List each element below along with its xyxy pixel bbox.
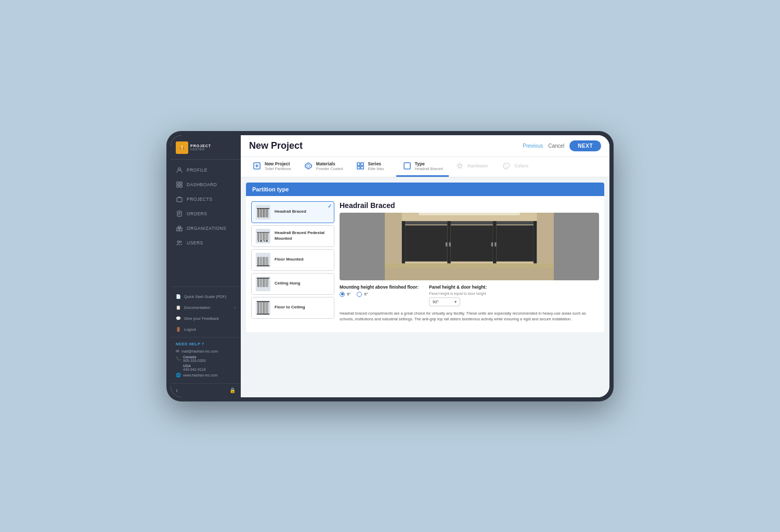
type-item-floor-to-ceiling[interactable]: Floor to Ceiling — [251, 297, 334, 319]
sidebar-item-organizations[interactable]: ORGANIZATIONS — [171, 221, 241, 236]
sidebar-nav: PROFILE DASHBOARD — [171, 160, 241, 284]
svg-rect-71 — [405, 225, 447, 261]
type-item-label-floor-to-ceiling: Floor to Ceiling — [275, 305, 305, 310]
help-usa: USA 440-942-9118 — [183, 364, 236, 371]
svg-rect-75 — [449, 242, 451, 246]
svg-rect-33 — [257, 208, 269, 209]
svg-rect-74 — [446, 242, 447, 246]
svg-rect-6 — [177, 185, 179, 187]
cancel-button[interactable]: Cancel — [548, 143, 564, 149]
documentation-label: Documentation — [184, 305, 210, 310]
sidebar-footer: ‹ 🔒 — [171, 383, 241, 397]
radio-dot-9inch — [340, 292, 345, 297]
svg-rect-40 — [259, 233, 263, 240]
select-chevron-icon: ▾ — [454, 300, 457, 304]
new-project-step-icon — [252, 161, 262, 171]
svg-rect-37 — [265, 209, 268, 217]
svg-rect-48 — [259, 257, 263, 265]
quick-start-action[interactable]: 📄 Quick Start Guide (PDF) — [171, 291, 241, 302]
sidebar-item-users[interactable]: USERS — [171, 236, 241, 250]
radio-6inch[interactable]: 6" — [357, 292, 368, 297]
svg-rect-42 — [265, 233, 268, 240]
svg-rect-53 — [257, 279, 259, 287]
svg-point-30 — [505, 164, 506, 165]
step-materials[interactable]: Materials Powder Coated — [297, 157, 349, 177]
svg-rect-78 — [385, 263, 554, 267]
svg-rect-80 — [537, 213, 554, 264]
logout-label: Logout — [184, 327, 196, 332]
panel-height-select[interactable]: 92" ▾ — [429, 297, 460, 306]
panel-height-label: Panel height & door height: — [429, 284, 487, 290]
svg-rect-26 — [361, 166, 363, 169]
app-window: PROJECT CENTER PROFILE — [171, 135, 609, 397]
canada-phone: 905-333-0300 — [183, 359, 206, 362]
svg-rect-51 — [257, 265, 269, 266]
type-step-icon — [402, 161, 412, 171]
documentation-action[interactable]: 📋 Documentation › — [171, 302, 241, 313]
step-new-project[interactable]: New Project Toilet Partitions — [246, 157, 297, 177]
svg-rect-44 — [260, 240, 262, 242]
svg-rect-62 — [257, 314, 269, 315]
sidebar-item-orders[interactable]: ORDERS — [171, 206, 241, 221]
panel-height-note: Panel height is equal to door height — [429, 292, 487, 295]
sidebar-item-dashboard[interactable]: DASHBOARD — [171, 177, 241, 192]
feedback-action[interactable]: 💬 Give your Feedback — [171, 313, 241, 324]
step-series-sub: Elite Max — [368, 166, 384, 171]
panel-height-value: 92" — [433, 300, 439, 304]
svg-rect-50 — [265, 257, 268, 265]
type-item-floor-mounted[interactable]: Floor Mounted — [251, 249, 334, 271]
type-item-headrail-pedestal[interactable]: Headrail Braced Pedestal Mounted — [251, 225, 334, 247]
type-item-image-headrail-braced — [256, 205, 270, 219]
svg-rect-65 — [419, 213, 520, 215]
series-step-icon — [356, 161, 365, 171]
svg-rect-41 — [263, 233, 265, 240]
sidebar-item-projects[interactable]: PROJECTS — [171, 192, 241, 206]
sidebar-divider — [171, 287, 241, 287]
sidebar-item-profile[interactable]: PROFILE — [171, 163, 241, 177]
svg-point-32 — [508, 164, 509, 165]
svg-rect-36 — [263, 209, 265, 217]
svg-rect-54 — [259, 279, 263, 287]
step-hardware: Hardware — [449, 157, 496, 177]
svg-rect-4 — [177, 182, 179, 184]
svg-rect-61 — [265, 302, 268, 314]
svg-rect-55 — [263, 279, 265, 287]
sidebar-item-label: PROJECTS — [187, 197, 212, 202]
colors-step-icon — [502, 161, 511, 171]
radio-9inch[interactable]: 9" — [340, 292, 350, 297]
type-item-label-floor-mounted: Floor Mounted — [275, 257, 304, 262]
svg-rect-60 — [263, 302, 265, 314]
step-type[interactable]: Type Headrail Braced — [396, 157, 449, 177]
orders-icon — [176, 210, 183, 217]
globe-icon: 🌐 — [176, 373, 181, 378]
svg-rect-47 — [257, 257, 259, 265]
help-website: 🌐 www.hadrian-inc.com — [176, 373, 236, 378]
logout-action[interactable]: 🚪 Logout — [171, 324, 241, 335]
sidebar-item-label: USERS — [187, 240, 203, 245]
svg-marker-22 — [307, 164, 310, 167]
collapse-arrow-icon[interactable]: ‹ — [176, 387, 178, 394]
sidebar-item-label: DASHBOARD — [187, 182, 217, 187]
svg-rect-67 — [402, 221, 406, 263]
panel-height-group: Panel height & door height: Panel height… — [429, 284, 487, 306]
mounting-height-group: Mounting height above finished floor: 9" — [340, 284, 419, 306]
selected-checkmark-icon: ✓ — [328, 203, 332, 209]
svg-rect-77 — [495, 242, 496, 246]
step-type-label: Type — [415, 161, 443, 166]
svg-rect-79 — [385, 213, 402, 264]
type-item-headrail-braced[interactable]: Headrail Braced ✓ — [251, 201, 334, 223]
step-series-label: Series — [368, 161, 384, 166]
svg-rect-23 — [357, 163, 360, 165]
type-item-image-ceiling-hung — [256, 277, 270, 291]
step-series[interactable]: Series Elite Max — [349, 157, 396, 177]
previous-button[interactable]: Previous — [523, 143, 543, 149]
type-item-ceiling-hung[interactable]: Ceiling Hung — [251, 273, 334, 295]
feedback-label: Give your Feedback — [184, 316, 219, 321]
svg-rect-49 — [263, 257, 265, 265]
dashboard-icon — [176, 181, 183, 188]
lock-icon: 🔒 — [229, 387, 236, 393]
svg-point-31 — [506, 164, 508, 165]
step-materials-sub: Powder Coated — [316, 166, 343, 171]
svg-rect-7 — [180, 185, 182, 187]
next-button[interactable]: NEXT — [569, 140, 601, 151]
